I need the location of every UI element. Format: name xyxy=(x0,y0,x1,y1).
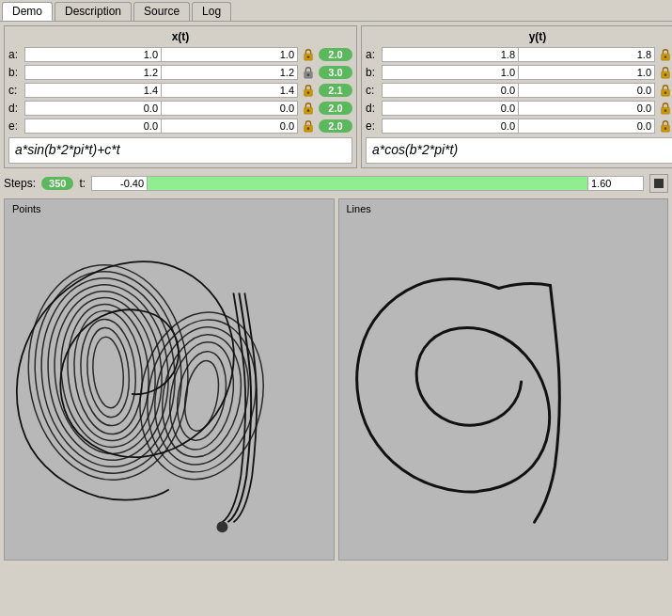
xt-badge-a[interactable]: 2.0 xyxy=(319,48,352,61)
xt-param-a: a: 2.0 xyxy=(8,47,352,62)
yt-param-c: c: 2.0 xyxy=(366,83,672,98)
yt-formula: a*cos(b*2*pi*t) xyxy=(366,137,672,164)
tab-source[interactable]: Source xyxy=(133,2,190,21)
yt-inputs-b xyxy=(382,65,655,80)
yt-label-d: d: xyxy=(366,102,379,115)
stop-icon xyxy=(654,179,664,188)
yt-panel: y(t) a: 2.5 b: xyxy=(361,25,672,168)
points-panel: Points xyxy=(4,198,335,561)
yt-input-c1[interactable] xyxy=(383,84,519,97)
yt-input-d2[interactable] xyxy=(519,102,654,115)
xt-input-e1[interactable] xyxy=(25,119,162,133)
yt-param-a: a: 2.5 xyxy=(366,47,672,62)
xt-badge-d[interactable]: 2.0 xyxy=(319,102,352,115)
points-canvas[interactable] xyxy=(5,199,334,560)
yt-lock-a[interactable] xyxy=(658,47,672,62)
xt-input-d2[interactable] xyxy=(162,102,297,115)
xt-formula: a*sin(b*2*pi*t)+c*t xyxy=(8,137,352,164)
steps-row: Steps: 350 t: xyxy=(4,172,668,195)
xt-lock-d[interactable] xyxy=(301,101,316,116)
svg-point-13 xyxy=(664,73,667,76)
xt-input-b1[interactable] xyxy=(25,66,162,79)
xt-label-d: d: xyxy=(8,102,22,115)
tab-description[interactable]: Description xyxy=(55,2,132,21)
yt-input-a2[interactable] xyxy=(519,48,654,61)
xt-param-b: b: 3.0 xyxy=(8,65,352,80)
yt-label-a: a: xyxy=(366,48,379,61)
yt-label-e: e: xyxy=(366,119,379,133)
yt-input-b1[interactable] xyxy=(383,66,519,79)
svg-point-28 xyxy=(76,317,139,428)
xt-label-b: b: xyxy=(8,66,22,79)
xt-input-a1[interactable] xyxy=(25,48,162,61)
steps-label: Steps: xyxy=(4,177,36,190)
xt-inputs-a xyxy=(24,47,298,62)
steps-value[interactable]: 350 xyxy=(41,177,73,190)
xt-panel: x(t) a: 2.0 b: xyxy=(4,25,357,168)
svg-point-11 xyxy=(664,55,667,58)
main-content: x(t) a: 2.0 b: xyxy=(0,22,672,564)
xt-input-a2[interactable] xyxy=(162,48,297,61)
xt-badge-b[interactable]: 3.0 xyxy=(319,66,352,79)
lines-canvas[interactable] xyxy=(339,199,668,560)
yt-inputs-d xyxy=(382,101,655,116)
yt-label-b: b: xyxy=(366,66,379,79)
t-slider[interactable] xyxy=(148,176,587,191)
xt-inputs-b xyxy=(24,65,298,80)
xt-input-b2[interactable] xyxy=(162,66,297,79)
yt-lock-d[interactable] xyxy=(658,101,672,116)
points-label: Points xyxy=(8,201,45,216)
xt-inputs-d xyxy=(24,101,298,116)
canvases-row: Points xyxy=(4,198,668,561)
yt-label-c: c: xyxy=(366,84,379,97)
yt-input-c2[interactable] xyxy=(519,84,654,97)
xt-label-e: e: xyxy=(8,119,22,133)
xt-input-e2[interactable] xyxy=(162,119,297,133)
svg-point-29 xyxy=(84,326,133,419)
svg-point-30 xyxy=(90,336,126,409)
tab-bar: Demo Description Source Log xyxy=(0,0,672,22)
yt-param-b: b: 2.0 xyxy=(366,65,672,80)
svg-point-5 xyxy=(307,91,310,94)
xt-lock-c[interactable] xyxy=(301,83,316,98)
xt-lock-e[interactable] xyxy=(301,118,316,134)
lines-panel: Lines xyxy=(338,198,669,561)
lines-label: Lines xyxy=(343,201,375,216)
yt-inputs-c xyxy=(382,83,655,98)
xt-inputs-c xyxy=(24,83,298,98)
yt-param-d: d: 2.0 xyxy=(366,101,672,116)
xt-title: x(t) xyxy=(8,30,352,43)
t-input-left[interactable] xyxy=(91,176,148,191)
svg-point-19 xyxy=(664,127,667,130)
stop-button[interactable] xyxy=(649,174,668,193)
svg-point-3 xyxy=(307,73,310,76)
xt-lock-a[interactable] xyxy=(301,47,316,62)
xt-input-c1[interactable] xyxy=(25,84,162,97)
yt-param-e: e: 2.0 xyxy=(366,118,672,134)
tail-dot xyxy=(216,521,227,532)
xt-input-d1[interactable] xyxy=(25,102,162,115)
yt-input-a1[interactable] xyxy=(383,48,519,61)
svg-point-9 xyxy=(307,127,310,130)
yt-title: y(t) xyxy=(366,30,672,43)
t-input-right[interactable] xyxy=(587,176,644,191)
yt-input-e2[interactable] xyxy=(519,119,654,133)
svg-point-17 xyxy=(664,109,667,112)
t-label: t: xyxy=(79,177,86,190)
xt-lock-b[interactable] xyxy=(301,65,316,80)
tab-demo[interactable]: Demo xyxy=(2,2,53,21)
yt-input-b2[interactable] xyxy=(519,66,654,79)
xt-badge-c[interactable]: 2.1 xyxy=(319,84,352,97)
yt-lock-c[interactable] xyxy=(658,83,672,98)
yt-lock-e[interactable] xyxy=(658,118,672,134)
xt-label-a: a: xyxy=(8,48,22,61)
svg-point-7 xyxy=(307,109,310,112)
tab-log[interactable]: Log xyxy=(192,2,231,21)
yt-input-e1[interactable] xyxy=(383,119,519,133)
yt-inputs-e xyxy=(382,118,655,134)
svg-point-15 xyxy=(664,91,667,94)
xt-input-c2[interactable] xyxy=(162,84,297,97)
yt-input-d1[interactable] xyxy=(383,102,519,115)
xt-badge-e[interactable]: 2.0 xyxy=(319,119,352,133)
yt-lock-b[interactable] xyxy=(658,65,672,80)
